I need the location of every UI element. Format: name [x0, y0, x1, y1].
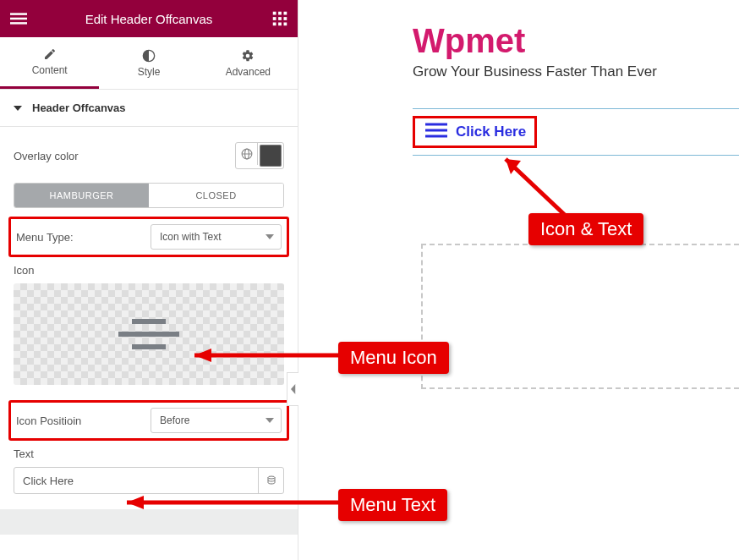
tab-advanced[interactable]: Advanced — [199, 37, 298, 89]
chevron-down-icon — [265, 416, 274, 425]
icon-position-label: Icon Positioin — [16, 415, 81, 427]
overlay-color-swatch[interactable] — [260, 145, 282, 167]
svg-marker-30 — [194, 349, 211, 362]
brand-block: Wpmet Grow Your Business Faster Than Eve… — [413, 22, 657, 80]
contrast-icon — [142, 49, 156, 63]
svg-rect-7 — [278, 17, 282, 20]
hamburger-icon — [10, 10, 27, 27]
chevron-left-icon — [290, 384, 297, 394]
svg-point-22 — [268, 476, 275, 479]
svg-marker-21 — [265, 418, 274, 423]
annotation-callout-menu-icon: Menu Icon — [338, 342, 449, 374]
svg-rect-6 — [273, 17, 276, 20]
pencil-icon — [43, 47, 57, 61]
menu-type-value: Icon with Text — [160, 231, 221, 243]
global-color-toggle[interactable] — [236, 143, 258, 165]
text-field-label: Text — [14, 447, 284, 460]
svg-rect-11 — [284, 23, 287, 26]
svg-rect-4 — [278, 12, 282, 15]
globe-icon — [241, 148, 253, 160]
svg-rect-18 — [132, 319, 166, 324]
caret-down-icon — [14, 104, 22, 113]
section-title: Header Offcanvas — [32, 102, 126, 114]
gear-icon — [241, 49, 255, 63]
annotation-callout-menu-text: Menu Text — [338, 489, 447, 521]
tab-content-label: Content — [32, 64, 68, 76]
annotation-arrow-menu-icon — [178, 347, 347, 367]
section-header-offcanvas[interactable]: Header Offcanvas — [0, 90, 298, 127]
svg-rect-5 — [284, 12, 287, 15]
annotation-callout-icon-text: Icon & Text — [528, 213, 643, 245]
svg-rect-19 — [118, 332, 179, 337]
offcanvas-trigger-text: Click Here — [456, 124, 526, 140]
svg-rect-3 — [273, 12, 276, 15]
chevron-down-icon — [265, 233, 274, 241]
svg-rect-9 — [273, 23, 276, 26]
dynamic-tags-button[interactable] — [258, 468, 283, 493]
panel-topbar: Edit Header Offcanvas — [0, 0, 298, 37]
panel-widgets-button[interactable] — [264, 11, 287, 26]
empty-section-placeholder[interactable] — [421, 244, 739, 389]
panel-tabs: Content Style Advanced — [0, 37, 298, 90]
annotation-arrow-menu-text — [110, 494, 347, 514]
grid-icon — [272, 11, 287, 26]
hamburger-preview-icon — [115, 314, 183, 354]
svg-rect-8 — [284, 17, 287, 20]
panel-menu-button[interactable] — [10, 10, 34, 27]
overlay-color-label: Overlay color — [14, 150, 79, 162]
svg-rect-10 — [278, 23, 282, 26]
icon-position-select[interactable]: Before — [151, 408, 282, 433]
seg-hamburger[interactable]: HAMBURGER — [14, 184, 149, 207]
panel-title: Edit Header Offcanvas — [34, 12, 264, 26]
brand-logo: Wpmet — [413, 22, 657, 60]
icon-preview[interactable] — [14, 283, 284, 385]
text-input-wrap — [14, 467, 284, 494]
svg-rect-2 — [10, 22, 27, 24]
svg-marker-13 — [14, 106, 22, 111]
svg-marker-17 — [265, 234, 274, 239]
icon-position-value: Before — [160, 415, 189, 426]
menu-type-select[interactable]: Icon with Text — [151, 224, 282, 250]
tab-advanced-label: Advanced — [226, 66, 271, 78]
offcanvas-trigger-icon — [424, 122, 449, 142]
overlay-color-control[interactable] — [235, 142, 284, 169]
menu-type-label: Menu Type: — [16, 231, 74, 244]
seg-closed[interactable]: CLOSED — [149, 184, 283, 207]
panel-collapse-handle[interactable] — [287, 372, 298, 406]
svg-rect-0 — [10, 13, 27, 15]
svg-rect-20 — [132, 344, 166, 349]
highlight-menu-type: Menu Type: Icon with Text — [8, 217, 289, 257]
state-segmented-control: HAMBURGER CLOSED — [14, 183, 284, 208]
database-icon — [266, 475, 276, 486]
icon-field-label: Icon — [14, 264, 284, 277]
preview-canvas: Wpmet Grow Your Business Faster Than Eve… — [298, 0, 739, 560]
highlight-icon-position: Icon Positioin Before — [8, 400, 289, 441]
brand-tagline: Grow Your Business Faster Than Ever — [413, 63, 657, 80]
row-overlay-color: Overlay color — [14, 142, 284, 169]
svg-marker-23 — [291, 384, 295, 394]
tab-style[interactable]: Style — [99, 37, 198, 89]
svg-rect-1 — [10, 18, 27, 20]
editor-panel: Edit Header Offcanvas Content Style Ad — [0, 0, 298, 560]
tab-style-label: Style — [138, 66, 161, 78]
text-input[interactable] — [14, 468, 258, 493]
svg-marker-32 — [127, 496, 144, 509]
tab-content[interactable]: Content — [0, 37, 99, 89]
